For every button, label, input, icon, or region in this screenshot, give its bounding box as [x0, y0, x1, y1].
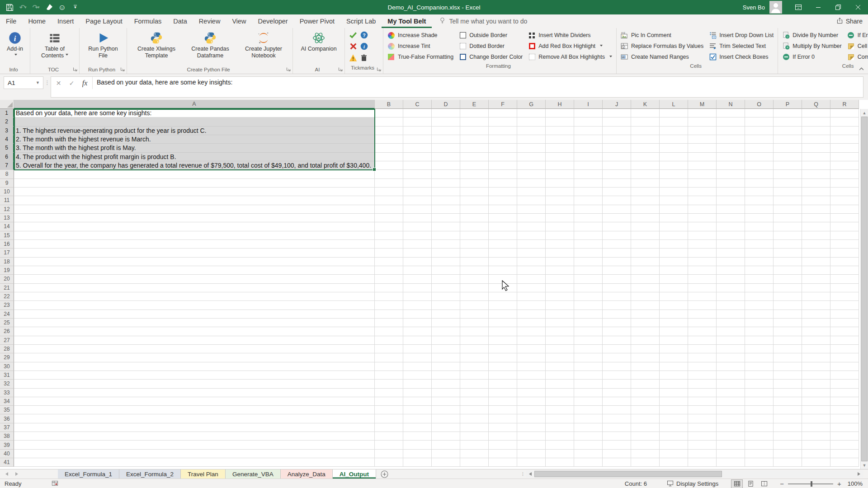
cell-g34[interactable] — [517, 397, 546, 406]
cell-c32[interactable] — [403, 380, 432, 388]
cell-a11[interactable] — [14, 196, 375, 205]
cell-g24[interactable] — [517, 310, 546, 319]
cell-a3[interactable]: 1. The highest revenue-generating produc… — [14, 127, 375, 135]
cell-f26[interactable] — [489, 327, 517, 336]
cell-e25[interactable] — [460, 319, 489, 327]
cell-f23[interactable] — [489, 301, 517, 310]
page-break-view-button[interactable] — [758, 479, 770, 488]
cell-m37[interactable] — [688, 423, 717, 432]
cell-j41[interactable] — [603, 458, 631, 467]
cell-p15[interactable] — [774, 231, 802, 240]
restore-button[interactable] — [828, 0, 848, 14]
question-button[interactable]: ? — [360, 31, 368, 41]
cell-c29[interactable] — [403, 353, 432, 362]
cell-o18[interactable] — [745, 258, 774, 266]
cell-m38[interactable] — [688, 432, 717, 441]
cell-g9[interactable] — [517, 179, 546, 188]
cell-l27[interactable] — [660, 336, 688, 345]
cell-o8[interactable] — [745, 170, 774, 178]
cell-n15[interactable] — [717, 231, 745, 240]
cell-q2[interactable] — [802, 117, 830, 126]
cell-f12[interactable] — [489, 205, 517, 214]
cell-k26[interactable] — [631, 327, 660, 336]
cell-r5[interactable] — [830, 144, 859, 152]
name-box-caret-icon[interactable]: ▼ — [36, 80, 43, 85]
cell-k10[interactable] — [631, 188, 660, 196]
cell-k3[interactable] — [631, 127, 660, 135]
cell-r28[interactable] — [830, 345, 859, 353]
cell-h27[interactable] — [546, 336, 574, 345]
cell-n10[interactable] — [717, 188, 745, 196]
cell-j27[interactable] — [603, 336, 631, 345]
cell-a13[interactable] — [14, 214, 375, 222]
cell-c14[interactable] — [403, 222, 432, 231]
cell-h25[interactable] — [546, 319, 574, 327]
cell-c16[interactable] — [403, 240, 432, 249]
insert-white-dividers-button[interactable]: Insert White Dividers — [525, 30, 615, 41]
true-false-formatting-button[interactable]: True-False Formatting — [385, 52, 456, 62]
cell-g21[interactable] — [517, 284, 546, 292]
ribbon-tab-my-tool-belt[interactable]: My Tool Belt — [382, 14, 432, 28]
cell-j33[interactable] — [603, 389, 631, 397]
cell-j29[interactable] — [603, 353, 631, 362]
cell-q20[interactable] — [802, 275, 830, 283]
cell-h1[interactable] — [546, 109, 574, 117]
row-header-37[interactable]: 37 — [0, 423, 14, 432]
cell-p22[interactable] — [774, 292, 802, 301]
cell-e16[interactable] — [460, 240, 489, 249]
cell-p32[interactable] — [774, 380, 802, 388]
cell-o20[interactable] — [745, 275, 774, 283]
multiply-by-number-button[interactable]: ×Multiply By Number — [779, 41, 844, 52]
cell-f29[interactable] — [489, 353, 517, 362]
cell-q38[interactable] — [802, 432, 830, 441]
cell-i1[interactable] — [574, 109, 603, 117]
cell-i29[interactable] — [574, 353, 603, 362]
cell-e35[interactable] — [460, 406, 489, 414]
column-header-j[interactable]: J — [603, 100, 631, 109]
row-header-4[interactable]: 4 — [0, 135, 14, 144]
cell-b20[interactable] — [375, 275, 403, 283]
cell-e3[interactable] — [460, 127, 489, 135]
scrollbar-resize-handle[interactable]: ⁞ — [522, 472, 524, 477]
cell-c40[interactable] — [403, 450, 432, 458]
cell-h34[interactable] — [546, 397, 574, 406]
cell-c41[interactable] — [403, 458, 432, 467]
remove-all-box-highlights-button[interactable]: Remove All Box Highlights — [525, 52, 615, 62]
minimize-button[interactable] — [808, 0, 828, 14]
cell-p13[interactable] — [774, 214, 802, 222]
cell-j16[interactable] — [603, 240, 631, 249]
cell-d16[interactable] — [432, 240, 460, 249]
cell-n6[interactable] — [717, 153, 745, 161]
cell-h28[interactable] — [546, 345, 574, 353]
column-header-f[interactable]: F — [489, 100, 517, 109]
cell-j1[interactable] — [603, 109, 631, 117]
cell-m25[interactable] — [688, 319, 717, 327]
column-header-c[interactable]: C — [403, 100, 432, 109]
cell-j26[interactable] — [603, 327, 631, 336]
cell-p2[interactable] — [774, 117, 802, 126]
cell-c3[interactable] — [403, 127, 432, 135]
cell-a28[interactable] — [14, 345, 375, 353]
cell-n22[interactable] — [717, 292, 745, 301]
cell-g22[interactable] — [517, 292, 546, 301]
cell-g39[interactable] — [517, 441, 546, 449]
cell-d32[interactable] — [432, 380, 460, 388]
cell-o1[interactable] — [745, 109, 774, 117]
cell-m22[interactable] — [688, 292, 717, 301]
cell-c31[interactable] — [403, 371, 432, 380]
cell-r29[interactable] — [830, 353, 859, 362]
cell-c10[interactable] — [403, 188, 432, 196]
cell-e38[interactable] — [460, 432, 489, 441]
cell-f34[interactable] — [489, 397, 517, 406]
cell-r21[interactable] — [830, 284, 859, 292]
cell-l30[interactable] — [660, 362, 688, 371]
cell-e15[interactable] — [460, 231, 489, 240]
cell-o30[interactable] — [745, 362, 774, 371]
cell-i32[interactable] — [574, 380, 603, 388]
cell-p40[interactable] — [774, 450, 802, 458]
cell-l8[interactable] — [660, 170, 688, 178]
cell-o6[interactable] — [745, 153, 774, 161]
cell-f3[interactable] — [489, 127, 517, 135]
cell-m15[interactable] — [688, 231, 717, 240]
row-header-11[interactable]: 11 — [0, 196, 14, 205]
